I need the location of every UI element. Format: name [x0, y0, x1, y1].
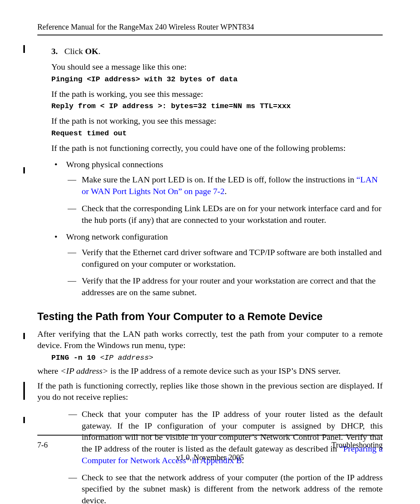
cmd-bold: PING -n 10	[51, 354, 100, 362]
bullet-wrong-net: Wrong network configuration Verify that …	[51, 231, 383, 298]
phys-item-1: Make sure the LAN port LED is on. If the…	[66, 174, 383, 197]
net-item-1: Verify that the Ethernet card driver sof…	[66, 247, 383, 270]
step-text-suffix: .	[98, 46, 101, 56]
p2-ital: <IP address>	[60, 366, 108, 376]
change-bar	[23, 333, 25, 339]
change-bar	[23, 417, 25, 423]
phys-item-2: Check that the corresponding Link LEDs a…	[66, 203, 383, 226]
working-msg: If the path is working, you see this mes…	[51, 88, 383, 100]
notworking-msg: If the path is not working, you see this…	[51, 115, 383, 127]
p2-prefix: where	[37, 366, 60, 376]
page: Reference Manual for the RangeMax 240 Wi…	[0, 0, 420, 504]
s2-p1: After verifying that the LAN path works …	[37, 328, 383, 351]
cmd-arg: <IP address>	[100, 354, 153, 362]
bottom-rule	[37, 435, 383, 436]
phys-sublist: Make sure the LAN port LED is on. If the…	[66, 174, 383, 226]
step-number: 3.	[51, 46, 62, 56]
step-3: 3. Click OK.	[51, 46, 383, 56]
footer-version: v1.0, November 2005	[0, 453, 420, 462]
footer-row: 7-6 Troubleshooting	[37, 441, 383, 450]
p2-suffix: is the IP address of a remote device suc…	[108, 366, 340, 376]
page-number: 7-6	[37, 441, 48, 450]
problem-list: Wrong physical connections Make sure the…	[51, 159, 383, 298]
s2-p3: If the path is functioning correctly, re…	[37, 380, 383, 403]
bullet-label: Wrong network configuration	[66, 232, 168, 242]
see-message: You should see a message like this one:	[51, 61, 383, 73]
step-text-prefix: Click	[65, 46, 85, 56]
remote-check-2: Check to see that the network address of…	[51, 472, 383, 504]
bullet-wrong-phys: Wrong physical connections Make sure the…	[51, 159, 383, 226]
section-title: Troubleshooting	[331, 441, 383, 450]
s2-p2: where <IP address> is the IP address of …	[37, 365, 383, 377]
top-rule	[37, 35, 383, 35]
timeout-output: Request timed out	[51, 129, 383, 138]
section-heading: Testing the Path from Your Computer to a…	[37, 311, 383, 323]
text: Make sure the LAN port LED is on. If the…	[82, 175, 357, 184]
ping-output: Pinging <IP address> with 32 bytes of da…	[51, 75, 383, 84]
change-bar	[23, 167, 25, 173]
running-head: Reference Manual for the RangeMax 240 Wi…	[37, 23, 383, 32]
net-item-2: Verify that the IP address for your rout…	[66, 275, 383, 298]
reply-output: Reply from < IP address >: bytes=32 time…	[51, 102, 383, 110]
bullet-label: Wrong physical connections	[66, 159, 163, 169]
change-bar	[23, 382, 25, 400]
net-sublist: Verify that the Ethernet card driver sof…	[66, 247, 383, 298]
change-bar	[23, 45, 25, 53]
ping-command: PING -n 10 <IP address>	[51, 354, 383, 362]
step-text-bold: OK	[85, 46, 98, 56]
text-suffix: .	[224, 186, 227, 196]
notfunc-msg: If the path is not functioning correctly…	[51, 142, 383, 154]
